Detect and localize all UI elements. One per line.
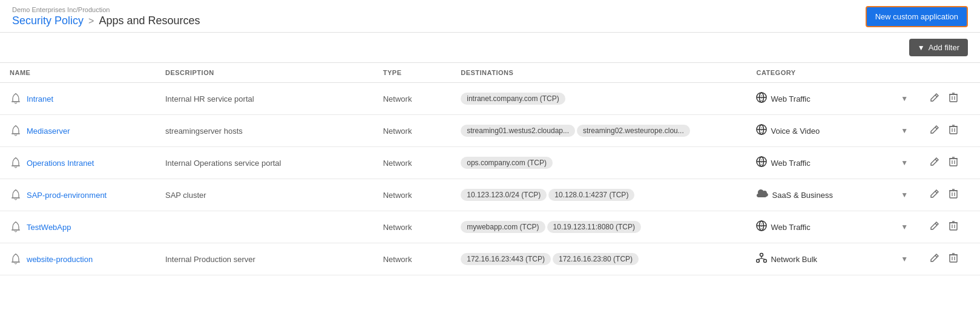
svg-line-18 (935, 127, 937, 129)
app-name[interactable]: Mediaserver (27, 126, 70, 136)
category-dropdown-icon[interactable]: ▼ (901, 159, 908, 167)
svg-rect-51 (950, 223, 957, 230)
apps-table: NAME DESCRIPTION TYPE DESTINATIONS CATEG… (0, 62, 980, 275)
type-cell: Network (373, 179, 451, 211)
category-icon (756, 124, 767, 137)
category-icon (756, 92, 767, 105)
category-dropdown-icon[interactable]: ▼ (901, 191, 908, 199)
destination-tag: 10.128.0.1:4237 (TCP) (548, 189, 634, 201)
table-row: Operations Intranet Internal Operations … (0, 147, 980, 179)
svg-line-6 (935, 95, 937, 97)
delete-button[interactable] (947, 188, 960, 202)
destinations-cell: 172.16.16.23:443 (TCP)172.16.16.23:80 (T… (451, 243, 746, 275)
svg-line-38 (935, 191, 937, 193)
add-filter-button[interactable]: ▼ Add filter (909, 39, 968, 56)
app-name[interactable]: Intranet (27, 94, 53, 103)
actions-cell (918, 115, 966, 146)
new-custom-application-button[interactable]: New custom application (866, 6, 968, 27)
destination-tag: streaming01.westus2.cloudap... (461, 125, 575, 137)
svg-point-60 (764, 260, 767, 263)
destination-tag: streaming02.westeurope.clou... (577, 125, 690, 137)
svg-line-63 (761, 258, 765, 260)
category-dropdown-icon[interactable]: ▼ (901, 94, 908, 103)
name-cell: Intranet (10, 93, 146, 105)
actions-cell (918, 147, 966, 179)
svg-rect-19 (950, 126, 957, 134)
table-header-row: NAME DESCRIPTION TYPE DESTINATIONS CATEG… (0, 63, 980, 83)
category-content: Web Traffic ▼ (756, 92, 908, 105)
category-name: SaaS & Business (772, 191, 897, 200)
category-content: Network Bulk ▼ (756, 252, 908, 266)
edit-button[interactable] (927, 156, 942, 170)
app-name[interactable]: website-production (27, 255, 93, 264)
app-bell-icon (10, 189, 22, 201)
category-icon (756, 189, 768, 200)
delete-button[interactable] (947, 156, 960, 170)
edit-button[interactable] (927, 220, 942, 234)
actions-cell (918, 243, 966, 275)
name-cell: TestWebApp (10, 221, 146, 233)
breadcrumb: Security Policy > Apps and Resources (12, 15, 200, 27)
destinations-cell: streaming01.westus2.cloudap...streaming0… (451, 115, 746, 147)
edit-button[interactable] (927, 91, 942, 106)
category-dropdown-icon[interactable]: ▼ (901, 255, 908, 263)
category-cell: Voice & Video ▼ (746, 115, 918, 147)
destination-tag: mywebapp.com (TCP) (461, 221, 545, 233)
category-cell: Network Bulk ▼ (746, 243, 918, 275)
app-bell-icon (10, 157, 22, 169)
destination-tag: ops.company.com (TCP) (461, 157, 553, 169)
category-icon (756, 252, 767, 266)
table-row: Mediaserver streamingserver hostsNetwork… (0, 115, 980, 147)
table-row: Intranet Internal HR service portalNetwo… (0, 83, 980, 115)
category-name: Web Traffic (771, 159, 897, 168)
description-cell: Internal HR service portal (156, 83, 373, 115)
category-dropdown-icon[interactable]: ▼ (901, 126, 908, 135)
edit-button[interactable] (927, 188, 942, 202)
category-name: Network Bulk (771, 255, 897, 264)
category-icon (756, 156, 767, 169)
breadcrumb-separator: > (88, 16, 94, 27)
app-bell-icon (10, 253, 22, 265)
delete-button[interactable] (947, 252, 960, 266)
category-content: SaaS & Business ▼ (756, 189, 908, 200)
category-name: Web Traffic (771, 94, 897, 103)
col-header-destinations: DESTINATIONS (451, 63, 746, 83)
destination-tag: intranet.company.com (TCP) (461, 93, 565, 105)
svg-point-58 (760, 254, 763, 257)
description-cell: Internal Operations service portal (156, 147, 373, 179)
category-name: Voice & Video (771, 126, 897, 136)
name-cell: Mediaserver (10, 125, 146, 137)
category-cell: Web Traffic ▼ (746, 83, 918, 115)
header-left: Demo Enterprises Inc/Production Security… (12, 6, 200, 27)
actions-cell (918, 83, 966, 114)
destinations-cell: 10.123.123.0/24 (TCP)10.128.0.1:4237 (TC… (451, 179, 746, 211)
col-header-name: NAME (0, 63, 156, 83)
org-label: Demo Enterprises Inc/Production (12, 6, 200, 13)
delete-button[interactable] (947, 91, 960, 106)
delete-button[interactable] (947, 123, 960, 138)
app-name[interactable]: SAP-prod-environment (27, 191, 107, 200)
name-cell: SAP-prod-environment (10, 189, 146, 201)
category-dropdown-icon[interactable]: ▼ (901, 223, 908, 231)
description-cell (156, 211, 373, 243)
name-cell: Operations Intranet (10, 157, 146, 169)
svg-rect-65 (950, 255, 957, 262)
breadcrumb-parent[interactable]: Security Policy (12, 15, 84, 27)
destination-tag: 10.123.123.0/24 (TCP) (461, 189, 547, 201)
delete-button[interactable] (947, 220, 960, 234)
breadcrumb-current: Apps and Resources (99, 15, 200, 27)
description-cell: streamingserver hosts (156, 115, 373, 147)
actions-cell (918, 211, 966, 243)
toolbar: ▼ Add filter (0, 33, 980, 62)
table-row: website-production Internal Production s… (0, 243, 980, 275)
svg-line-64 (935, 255, 937, 257)
edit-button[interactable] (927, 252, 942, 266)
table-container: NAME DESCRIPTION TYPE DESTINATIONS CATEG… (0, 62, 980, 275)
type-cell: Network (373, 211, 451, 243)
col-header-description: DESCRIPTION (156, 63, 373, 83)
app-name[interactable]: TestWebApp (27, 223, 71, 232)
edit-button[interactable] (927, 123, 942, 138)
category-cell: SaaS & Business ▼ (746, 179, 918, 211)
app-name[interactable]: Operations Intranet (27, 159, 94, 168)
svg-line-62 (758, 258, 761, 260)
